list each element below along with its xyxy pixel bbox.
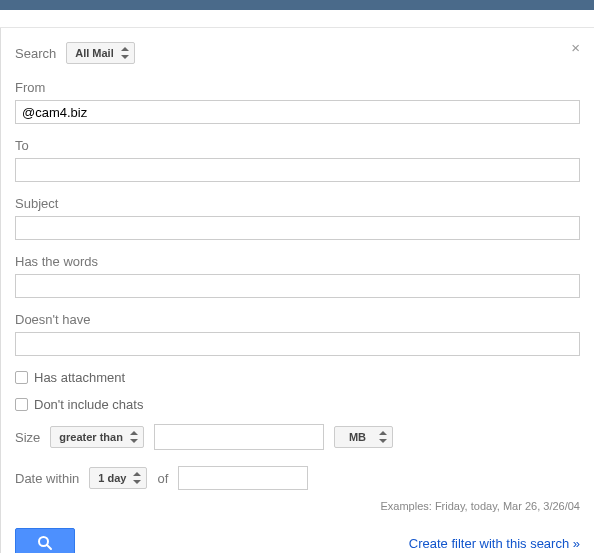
close-icon[interactable]: ×: [571, 40, 580, 55]
search-scope-select[interactable]: All Mail: [66, 42, 135, 64]
date-within-label: Date within: [15, 471, 79, 486]
search-options-panel: × Search All Mail From To Subject Has th…: [0, 28, 594, 553]
has-words-field-group: Has the words: [15, 254, 580, 298]
subject-field-group: Subject: [15, 196, 580, 240]
has-attachment-checkbox[interactable]: [15, 371, 28, 384]
date-range-select[interactable]: 1 day: [89, 467, 147, 489]
to-label: To: [15, 138, 580, 153]
chevron-updown-icon: [130, 431, 138, 443]
footer-row: Create filter with this search »: [15, 528, 580, 553]
toolbar-strip: [0, 10, 594, 28]
dont-include-chats-checkbox[interactable]: [15, 398, 28, 411]
from-field-group: From: [15, 80, 580, 124]
date-range-value: 1 day: [98, 472, 126, 484]
window-top-bar: [0, 0, 594, 10]
size-label: Size: [15, 430, 40, 445]
to-field-group: To: [15, 138, 580, 182]
search-scope-value: All Mail: [75, 47, 114, 59]
from-input[interactable]: [15, 100, 580, 124]
subject-label: Subject: [15, 196, 580, 211]
size-unit-select[interactable]: MB: [334, 426, 393, 448]
size-value-input[interactable]: [154, 424, 324, 450]
size-unit-value: MB: [349, 431, 366, 443]
dont-include-chats-label: Don't include chats: [34, 397, 143, 412]
search-icon: [37, 535, 53, 551]
has-attachment-row: Has attachment: [15, 370, 580, 385]
date-input[interactable]: [178, 466, 308, 490]
svg-line-1: [47, 545, 51, 549]
doesnt-have-field-group: Doesn't have: [15, 312, 580, 356]
size-row: Size greater than MB: [15, 424, 580, 450]
size-operator-value: greater than: [59, 431, 123, 443]
to-input[interactable]: [15, 158, 580, 182]
dont-include-chats-row: Don't include chats: [15, 397, 580, 412]
has-words-label: Has the words: [15, 254, 580, 269]
has-words-input[interactable]: [15, 274, 580, 298]
date-examples-text: Examples: Friday, today, Mar 26, 3/26/04: [15, 500, 580, 512]
search-scope-row: Search All Mail: [15, 42, 580, 64]
doesnt-have-label: Doesn't have: [15, 312, 580, 327]
search-label: Search: [15, 46, 56, 61]
has-attachment-label: Has attachment: [34, 370, 125, 385]
search-button[interactable]: [15, 528, 75, 553]
of-label: of: [157, 471, 168, 486]
create-filter-link[interactable]: Create filter with this search »: [409, 536, 580, 551]
subject-input[interactable]: [15, 216, 580, 240]
from-label: From: [15, 80, 580, 95]
size-operator-select[interactable]: greater than: [50, 426, 144, 448]
chevron-updown-icon: [379, 431, 387, 443]
doesnt-have-input[interactable]: [15, 332, 580, 356]
date-row: Date within 1 day of: [15, 466, 580, 490]
chevron-updown-icon: [121, 47, 129, 59]
chevron-updown-icon: [133, 472, 141, 484]
